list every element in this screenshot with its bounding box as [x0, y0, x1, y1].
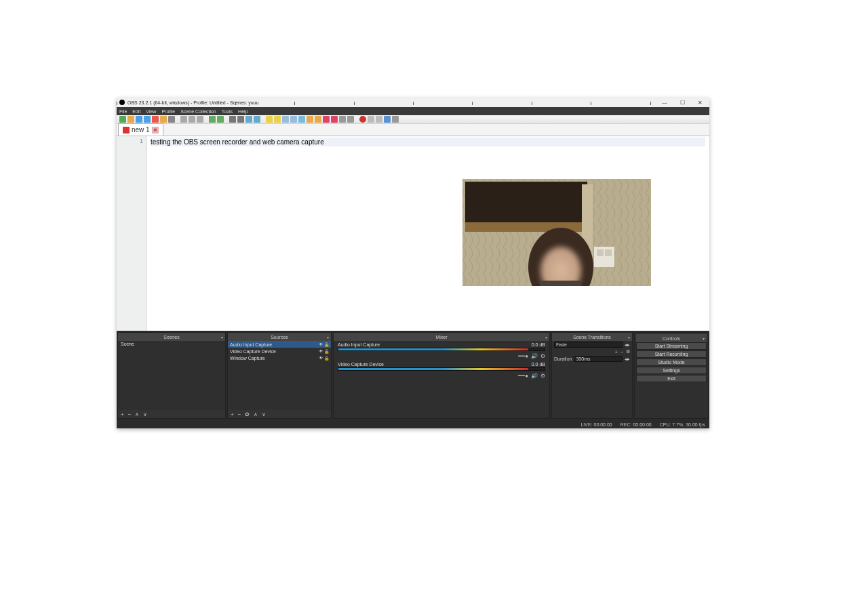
preview-area[interactable]: new 1 ✕ 1 testing the OBS screen recorde…	[117, 115, 709, 331]
speaker-icon[interactable]: 🔊	[531, 353, 538, 359]
macro-icon	[323, 116, 330, 123]
play-icon	[376, 116, 382, 123]
studio-mode-button[interactable]: Studio Mode	[636, 359, 707, 366]
print-icon	[168, 116, 175, 123]
close-file-icon	[152, 116, 159, 123]
menu-view[interactable]: View	[146, 109, 156, 114]
controls-body: Start Streaming Start Recording Studio M…	[636, 342, 707, 417]
monitor-icon	[392, 116, 399, 123]
source-item-audio[interactable]: Audio Input Capture 👁 🔓	[228, 341, 331, 348]
webcam-image	[462, 179, 651, 286]
file-icon	[123, 127, 130, 134]
sync-icon	[266, 116, 273, 123]
transition-spin-icon[interactable]: ◂▸	[625, 342, 630, 348]
svg-rect-7	[605, 249, 612, 256]
undo-icon	[209, 116, 216, 123]
visibility-icon[interactable]: 👁	[318, 356, 323, 360]
zoom-in-icon	[245, 116, 252, 123]
visibility-icon[interactable]: 👁	[318, 342, 323, 346]
start-recording-button[interactable]: Start Recording	[636, 350, 707, 358]
speaker-icon[interactable]: 🔊	[531, 373, 538, 379]
controls-header[interactable]: Controls	[636, 334, 707, 342]
add-scene-icon[interactable]: +	[121, 411, 124, 418]
scenes-list[interactable]: Scene	[118, 341, 225, 410]
exit-button[interactable]: Exit	[636, 375, 707, 382]
menu-tools[interactable]: Tools	[222, 109, 233, 114]
transitions-body: Fade ◂▸ + − ⚙ Duration 300ms ◂▸	[552, 341, 632, 418]
tab-label: new 1	[132, 126, 150, 134]
playback2-icon	[347, 116, 354, 123]
sources-toolbar: + − ✿ ∧ ∨	[228, 410, 331, 418]
source-properties-icon[interactable]: ✿	[245, 411, 250, 418]
remove-source-icon[interactable]: −	[238, 411, 241, 418]
scenes-header[interactable]: Scenes	[118, 333, 225, 341]
obs-window: OBS 23.2.1 (64-bit, windows) - Profile: …	[117, 98, 709, 428]
copy-icon	[189, 116, 195, 123]
move-down-icon[interactable]: ∨	[143, 411, 147, 418]
status-live: LIVE: 00:00:00	[580, 422, 612, 427]
menu-file[interactable]: File	[119, 109, 127, 114]
add-source-icon[interactable]: +	[231, 411, 234, 418]
gear-icon[interactable]: ⚙	[540, 353, 545, 359]
menu-help[interactable]: Help	[238, 109, 248, 114]
menu-edit[interactable]: Edit	[132, 109, 140, 114]
statusbar: LIVE: 00:00:00 REC: 00:00:00 CPU: 7.7%, …	[117, 420, 709, 428]
settings-button[interactable]: Settings	[636, 367, 707, 374]
move-down-icon[interactable]: ∨	[262, 411, 266, 418]
transition-select[interactable]: Fade	[554, 342, 623, 348]
docks: Scenes Scene + − ∧ ∨ Sources Audio Input…	[117, 331, 709, 420]
duration-label: Duration	[554, 357, 572, 361]
lock-icon[interactable]: 🔓	[323, 349, 329, 354]
svg-rect-6	[597, 249, 604, 256]
doc-map-icon	[384, 116, 391, 123]
save-all-icon	[144, 116, 151, 123]
webcam-overlay[interactable]	[462, 179, 651, 286]
visibility-icon[interactable]: 👁	[318, 349, 323, 353]
view-icon	[298, 116, 305, 123]
audio-meter	[338, 367, 545, 371]
transition-gear-icon[interactable]: ⚙	[626, 349, 630, 354]
find-icon	[229, 116, 236, 123]
channel-name: Video Capture Device	[338, 362, 384, 367]
move-up-icon[interactable]: ∧	[135, 411, 139, 418]
stop-icon	[368, 116, 374, 123]
sources-header[interactable]: Sources	[228, 333, 331, 341]
start-streaming-button[interactable]: Start Streaming	[636, 342, 707, 350]
lock-icon[interactable]: 🔓	[323, 356, 329, 361]
scene-item[interactable]: Scene	[118, 341, 225, 347]
transitions-header[interactable]: Scene Transitions	[552, 333, 632, 341]
add-transition-icon[interactable]: +	[615, 350, 618, 354]
status-rec: REC: 00:00:00	[620, 422, 652, 427]
record-icon	[359, 116, 366, 123]
volume-slider[interactable]: ━━●	[518, 373, 528, 379]
duration-spin-icon[interactable]: ◂▸	[625, 357, 630, 362]
move-up-icon[interactable]: ∧	[254, 411, 258, 418]
gear-icon[interactable]: ⚙	[540, 373, 545, 379]
menu-profile[interactable]: Profile	[161, 109, 175, 114]
outdent-icon	[315, 116, 321, 123]
scenes-toolbar: + − ∧ ∨	[118, 410, 225, 418]
editor-tab[interactable]: new 1 ✕	[118, 123, 163, 136]
channel-level: 0.0 dB	[532, 362, 545, 367]
source-item-video[interactable]: Video Capture Device 👁 🔓	[228, 348, 331, 354]
sources-list[interactable]: Audio Input Capture 👁 🔓 Video Capture De…	[228, 341, 331, 410]
cut-icon	[180, 116, 187, 123]
source-item-window[interactable]: Window Capture 👁 🔓	[228, 354, 331, 361]
sync2-icon	[274, 116, 281, 123]
lock-icon[interactable]: 🔓	[323, 342, 329, 347]
source-label: Video Capture Device	[230, 349, 318, 354]
mixer-header[interactable]: Mixer	[334, 333, 549, 341]
wrap-icon	[282, 116, 289, 123]
remove-transition-icon[interactable]: −	[620, 350, 623, 354]
line-number: 1	[117, 138, 143, 144]
close-all-icon	[160, 116, 167, 123]
duration-input[interactable]: 300ms	[574, 356, 623, 362]
editor-toolbar	[117, 115, 709, 124]
audio-meter	[338, 348, 545, 351]
volume-slider[interactable]: ━━●	[518, 353, 528, 359]
tab-close-icon[interactable]: ✕	[152, 127, 159, 134]
svg-rect-2	[465, 182, 587, 228]
remove-scene-icon[interactable]: −	[128, 411, 132, 418]
new-file-icon	[119, 116, 126, 123]
menu-scene-collection[interactable]: Scene Collection	[180, 109, 216, 114]
